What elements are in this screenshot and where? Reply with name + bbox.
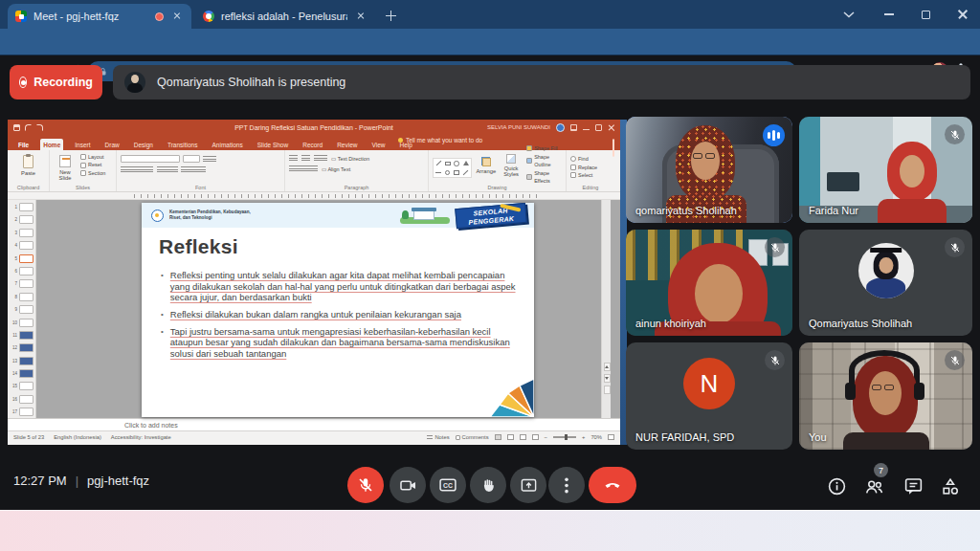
raise-hand-button[interactable] <box>470 467 506 503</box>
font-color-icons[interactable] <box>181 166 206 173</box>
ppt-ribbon-tab[interactable]: Review <box>334 139 360 150</box>
comments-toggle[interactable]: Comments <box>456 434 489 440</box>
shape-fill-button[interactable]: Shape Fill <box>526 144 562 153</box>
ppt-ribbon-tab[interactable]: Record <box>300 139 325 150</box>
slide-thumb-row[interactable]: 16 <box>8 393 35 406</box>
ppt-account-avatar[interactable] <box>556 123 565 132</box>
ppt-ribbon-tab[interactable]: Draw <box>102 139 122 150</box>
ppt-maximize-icon[interactable] <box>595 124 602 131</box>
language-indicator[interactable]: English (Indonesia) <box>54 434 101 440</box>
new-tab-button[interactable] <box>383 8 399 24</box>
arrange-button[interactable]: Arrange <box>477 157 497 174</box>
reading-view-button[interactable] <box>520 434 526 440</box>
grow-shrink-font-icon[interactable] <box>203 156 216 163</box>
slide-sorter-view-button[interactable] <box>507 434 514 440</box>
captions-button[interactable]: CC <box>430 467 466 503</box>
save-icon[interactable] <box>13 124 20 131</box>
font-name-box[interactable] <box>121 155 180 163</box>
ppt-ribbon-tab[interactable]: View <box>368 139 388 150</box>
slide-thumb-row[interactable]: 15 <box>8 380 35 392</box>
maximize-button[interactable] <box>909 0 942 29</box>
scrollbar-expand-button[interactable] <box>604 386 611 394</box>
ppt-minimize-icon[interactable] <box>583 124 590 131</box>
shape-effects-button[interactable]: Shape Effects <box>526 169 562 186</box>
participant-tile-3[interactable]: ainun khoiriyah <box>626 230 792 336</box>
tab-meet[interactable]: Meet - pgj-hett-fqz <box>8 4 191 29</box>
chat-icon[interactable] <box>903 476 924 497</box>
participant-tile-6[interactable]: You <box>799 342 972 450</box>
ppt-ribbon-tab[interactable]: Insert <box>72 139 93 150</box>
notes-pane[interactable]: Click to add notes <box>8 418 620 430</box>
accessibility-status[interactable]: Accessibility: Investigate <box>111 434 171 440</box>
slideshow-view-button[interactable] <box>532 434 539 440</box>
meeting-details-icon[interactable] <box>827 476 848 497</box>
slide-thumb-row[interactable]: 5 <box>8 253 35 265</box>
zoom-in-button[interactable]: + <box>582 434 585 440</box>
align-text-button[interactable]: ▭ Align Text <box>322 166 350 172</box>
ppt-close-icon[interactable] <box>608 124 614 131</box>
slide-thumb-row[interactable]: 7 <box>8 277 35 290</box>
slide-thumb-row[interactable]: 3 <box>8 227 35 239</box>
slide-thumb-row[interactable]: 12 <box>8 342 35 354</box>
tab-search[interactable]: refleksi adalah - Penelusuran Goo <box>195 4 375 29</box>
participant-tile-5[interactable]: N NUR FARIDAH, SPD <box>626 342 792 450</box>
participant-tile-4[interactable]: Qomariyatus Sholihah <box>799 230 972 336</box>
reset-button[interactable]: Reset <box>80 161 105 169</box>
camera-toggle-button[interactable] <box>390 467 426 503</box>
activities-icon[interactable] <box>940 476 961 497</box>
slide-thumb-row[interactable]: 6 <box>8 265 35 277</box>
indent-icons[interactable] <box>314 155 327 162</box>
ppt-ribbon-tab[interactable]: File <box>15 139 32 150</box>
ppt-ribbon-tab[interactable]: Design <box>131 139 156 150</box>
layout-button[interactable]: Layout <box>80 153 105 162</box>
slide-thumb-row[interactable]: 8 <box>8 291 35 303</box>
notes-toggle[interactable]: Notes <box>427 434 449 440</box>
present-screen-button[interactable] <box>510 467 546 503</box>
slide[interactable]: Kementerian Pendidikan, Kebudayaan, Rise… <box>142 203 534 417</box>
align-icons[interactable] <box>289 165 318 172</box>
text-direction-button[interactable]: ▭ Text Direction <box>331 156 369 162</box>
slide-thumb-row[interactable]: 4 <box>8 239 35 252</box>
slide-thumb-row[interactable]: 14 <box>8 367 35 380</box>
shape-outline-button[interactable]: Shape Outline <box>526 153 562 169</box>
font-style-icons[interactable] <box>121 166 153 173</box>
slide-thumb-row[interactable]: 2 <box>8 213 35 226</box>
tab-close-icon[interactable] <box>170 10 184 23</box>
text-effects-icons[interactable] <box>157 166 178 173</box>
select-button[interactable]: Select <box>570 171 611 180</box>
ppt-ribbon-tab[interactable]: Slide Show <box>255 139 292 150</box>
ppt-vertical-scrollbar[interactable] <box>601 200 611 418</box>
paste-button[interactable]: Paste <box>11 155 45 176</box>
zoom-out-button[interactable]: − <box>545 434 547 440</box>
font-size-box[interactable] <box>183 155 200 163</box>
bullets-icon[interactable] <box>289 155 298 162</box>
zoom-level[interactable]: 70% <box>590 434 602 440</box>
redo-icon[interactable] <box>36 124 43 131</box>
replace-button[interactable]: Replace <box>570 164 611 172</box>
ppt-ribbon-tab[interactable]: Home <box>40 139 63 150</box>
mic-toggle-button[interactable] <box>347 467 384 503</box>
slide-thumb-row[interactable]: 13 <box>8 355 35 367</box>
next-slide-button[interactable] <box>604 374 611 383</box>
tell-me-box[interactable]: Tell me what you want to do <box>398 137 482 146</box>
close-button[interactable] <box>946 0 980 29</box>
zoom-slider[interactable] <box>553 436 576 438</box>
slide-thumb-row[interactable]: 11 <box>8 329 35 342</box>
quick-styles-button[interactable]: Quick Styles <box>501 154 522 177</box>
show-everyone-icon[interactable] <box>863 476 884 497</box>
ribbon-display-icon[interactable] <box>570 124 577 131</box>
section-button[interactable]: Section <box>80 169 105 178</box>
slide-thumb-row[interactable]: 1 <box>8 201 35 213</box>
slide-thumb-row[interactable]: 10 <box>8 317 35 329</box>
slide-thumb-row[interactable]: 9 <box>8 303 35 316</box>
ppt-ribbon-tab[interactable]: Transitions <box>165 139 201 150</box>
numbering-icon[interactable] <box>301 155 310 162</box>
fit-to-window-button[interactable] <box>608 434 614 440</box>
new-slide-button[interactable]: New Slide <box>54 155 77 181</box>
participant-tile-1[interactable]: qomariyatus Sholihah <box>626 117 792 223</box>
ppt-ribbon-tab[interactable]: Animations <box>210 139 246 150</box>
slide-thumb-row[interactable]: 17 <box>8 406 35 418</box>
normal-view-button[interactable] <box>495 434 501 440</box>
end-call-button[interactable] <box>589 467 636 503</box>
find-button[interactable]: Find <box>570 155 611 164</box>
